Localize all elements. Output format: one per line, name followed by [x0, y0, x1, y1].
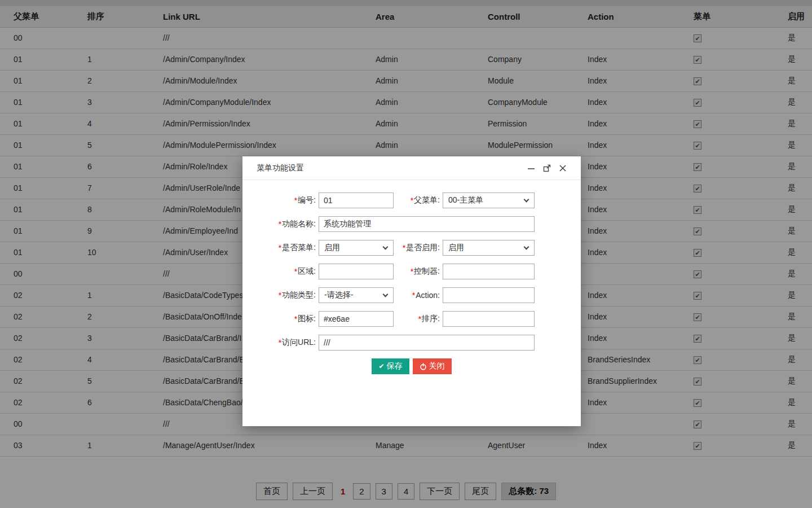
code-input[interactable] [319, 192, 394, 208]
icon-label: *图标: [242, 314, 316, 324]
dialog-close-button[interactable]: 关闭 [413, 358, 452, 374]
area-label: *区域: [242, 266, 316, 277]
code-label: *编号: [242, 195, 316, 205]
visit-url-label: *访问URL: [242, 338, 316, 348]
is-menu-select[interactable]: 启用 [319, 240, 394, 256]
menu-settings-dialog: 菜单功能设置 *编号: *父菜单: 00-主菜单 [242, 156, 581, 426]
parent-menu-label: *父菜单: [394, 195, 440, 205]
sort-label: *排序: [394, 314, 440, 324]
chevron-down-icon [383, 292, 389, 297]
dialog-form: *编号: *父菜单: 00-主菜单 *功能名称: *是否菜单: 启用 *是否启用… [242, 180, 581, 374]
power-icon [420, 363, 427, 370]
chevron-down-icon [524, 197, 529, 203]
chevron-down-icon [524, 244, 529, 250]
function-type-label: *功能类型: [242, 290, 316, 300]
icon-input[interactable] [319, 311, 394, 327]
close-icon[interactable] [559, 164, 567, 172]
maximize-icon[interactable] [543, 164, 551, 172]
parent-menu-select[interactable]: 00-主菜单 [443, 192, 535, 208]
minimize-icon[interactable] [527, 164, 535, 172]
controller-input[interactable] [443, 264, 535, 279]
function-name-input[interactable] [319, 216, 535, 232]
is-enabled-select[interactable]: 启用 [443, 240, 535, 256]
is-menu-label: *是否菜单: [242, 243, 316, 253]
dialog-titlebar: 菜单功能设置 [242, 156, 581, 180]
function-name-label: *功能名称: [242, 219, 316, 229]
is-enabled-label: *是否启用: [394, 243, 440, 253]
action-label: *Action: [394, 291, 440, 300]
dialog-title: 菜单功能设置 [257, 163, 304, 173]
area-input[interactable] [319, 264, 394, 279]
sort-input[interactable] [443, 311, 535, 327]
save-button[interactable]: ✔ 保存 [372, 358, 409, 374]
visit-url-input[interactable] [319, 335, 535, 351]
action-input[interactable] [443, 287, 535, 303]
chevron-down-icon [383, 244, 389, 250]
controller-label: *控制器: [394, 266, 440, 277]
check-icon: ✔ [378, 363, 384, 370]
function-type-select[interactable]: -请选择- [319, 287, 394, 303]
